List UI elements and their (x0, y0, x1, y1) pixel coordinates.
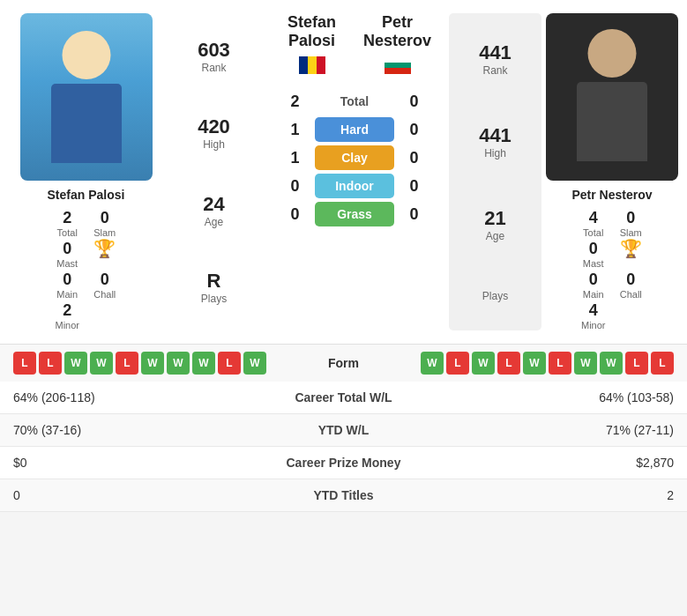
player-left-minor: 2 Minor (55, 301, 79, 330)
form-badge-left: L (116, 352, 138, 375)
form-badge-left: L (218, 352, 241, 375)
form-badge-right: L (497, 352, 520, 375)
table-row: $0Career Prize Money$2,870 (0, 447, 687, 479)
score-rows: 2 Total 0 1 Hard 0 1 Clay 0 0 (269, 85, 440, 230)
player-left-mast: 0 Mast (55, 240, 79, 269)
right-plays-box: Plays (482, 290, 508, 302)
names-row: Stefan Palosi Petr Nesterov (269, 13, 440, 74)
player-right-name-center: Petr Nesterov (355, 13, 440, 74)
table-row: 64% (206-118)Career Total W/L64% (103-58… (0, 382, 687, 414)
trophy-right-icon: 🏆 (620, 240, 642, 257)
form-badge-left: W (243, 352, 266, 375)
stat-right: 64% (103-58) (446, 382, 687, 414)
center-stats-left: 603 Rank 420 High 24 Age R Plays (168, 13, 260, 330)
score-row-total: 2 Total 0 (269, 89, 440, 114)
form-badge-right: L (625, 352, 648, 375)
flag-left (299, 56, 325, 74)
table-row: 0YTD Titles2 (0, 479, 687, 512)
form-badge-right: L (446, 352, 469, 375)
total-label: Total (315, 89, 394, 114)
player-left-chall: 0 Chall (93, 271, 117, 300)
left-high-box: 420 High (198, 115, 230, 151)
stat-left: $0 (0, 447, 241, 479)
player-right-photo (546, 13, 678, 181)
player-right-main-cell: 0 Main (581, 271, 606, 300)
left-age-box: 24 Age (203, 193, 224, 228)
stat-center: YTD W/L (241, 414, 447, 447)
score-row-grass: 0 Grass 0 (269, 202, 440, 226)
form-badge-right: W (421, 352, 444, 375)
center-stats-right: 441 Rank 441 High 21 Age Plays (449, 13, 541, 330)
grass-badge: Grass (315, 202, 394, 226)
form-badge-left: W (141, 352, 164, 375)
player-right: Petr Nesterov 4 Total 0 Slam 0 Mast 🏆 (546, 13, 678, 330)
player-left-slam: 0 Slam (93, 209, 117, 238)
form-badge-right: W (574, 352, 597, 375)
player-right-minor: 4 Minor (581, 301, 606, 330)
player-left-name-center: Stefan Palosi (269, 13, 355, 74)
player-right-total: 4 Total (581, 209, 606, 238)
stat-right: 71% (27-11) (446, 414, 687, 447)
score-row-indoor: 0 Indoor 0 (269, 174, 440, 198)
form-badge-right: L (549, 352, 571, 375)
table-row: 70% (37-16)YTD W/L71% (27-11) (0, 414, 687, 447)
hard-badge: Hard (315, 117, 394, 142)
player-right-trophy: 🏆 (619, 240, 644, 269)
clay-badge: Clay (315, 145, 394, 170)
right-age-box: 21 Age (484, 207, 505, 242)
player-right-name: Petr Nesterov (571, 188, 652, 202)
stat-center: Career Total W/L (241, 382, 447, 414)
stat-center: Career Prize Money (241, 447, 447, 479)
stat-right: 2 (446, 479, 687, 512)
player-right-stats: 4 Total 0 Slam 0 Mast 🏆 0 Main (581, 209, 643, 330)
indoor-badge: Indoor (315, 174, 394, 198)
player-left: Stefan Palosi 2 Total 0 Slam 0 Mast 🏆 (9, 13, 163, 330)
stat-left: 0 (0, 479, 241, 512)
form-badge-left: L (13, 352, 36, 375)
main-container: Stefan Palosi 2 Total 0 Slam 0 Mast 🏆 (0, 0, 687, 512)
form-badge-left: W (167, 352, 190, 375)
flag-right (385, 56, 411, 74)
player-left-photo (20, 13, 153, 181)
player-right-slam: 0 Slam (619, 209, 644, 238)
player-left-stats: 2 Total 0 Slam 0 Mast 🏆 0 Main (55, 209, 116, 330)
stat-left: 70% (37-16) (0, 414, 241, 447)
stats-table: 64% (206-118)Career Total W/L64% (103-58… (0, 382, 687, 512)
score-row-hard: 1 Hard 0 (269, 117, 440, 142)
form-badge-left: W (64, 352, 87, 375)
form-badge-right: L (651, 352, 674, 375)
form-section: LLWWLWWWLW Form WLWLWLWWLL (0, 344, 687, 382)
stat-center: YTD Titles (241, 479, 447, 512)
stat-right: $2,870 (446, 447, 687, 479)
form-badge-left: L (39, 352, 62, 375)
form-left: LLWWLWWWLW (13, 352, 266, 375)
left-rank-box: 603 Rank (198, 39, 230, 74)
form-badge-right: W (600, 352, 623, 375)
middle-section: Stefan Palosi Petr Nesterov 2 Tot (265, 13, 444, 330)
player-left-main-cell: 0 Main (55, 271, 79, 300)
right-high-box: 441 High (479, 124, 512, 160)
form-label: Form (266, 356, 421, 370)
player-left-name: Stefan Palosi (48, 188, 125, 202)
player-left-trophy: 🏆 (93, 240, 117, 269)
player-right-mast: 0 Mast (581, 240, 606, 269)
form-badge-left: W (192, 352, 215, 375)
score-row-clay: 1 Clay 0 (269, 145, 440, 170)
player-left-total: 2 Total (55, 209, 79, 238)
form-badge-right: W (472, 352, 495, 375)
form-right: WLWLWLWWLL (421, 352, 674, 375)
form-badge-left: W (90, 352, 113, 375)
stat-left: 64% (206-118) (0, 382, 241, 414)
player-right-chall: 0 Chall (619, 271, 644, 300)
form-badge-right: W (523, 352, 546, 375)
top-section: Stefan Palosi 2 Total 0 Slam 0 Mast 🏆 (0, 0, 687, 344)
trophy-left-icon: 🏆 (93, 240, 116, 257)
right-rank-box: 441 Rank (479, 41, 512, 77)
left-plays-box: R Plays (201, 270, 227, 305)
